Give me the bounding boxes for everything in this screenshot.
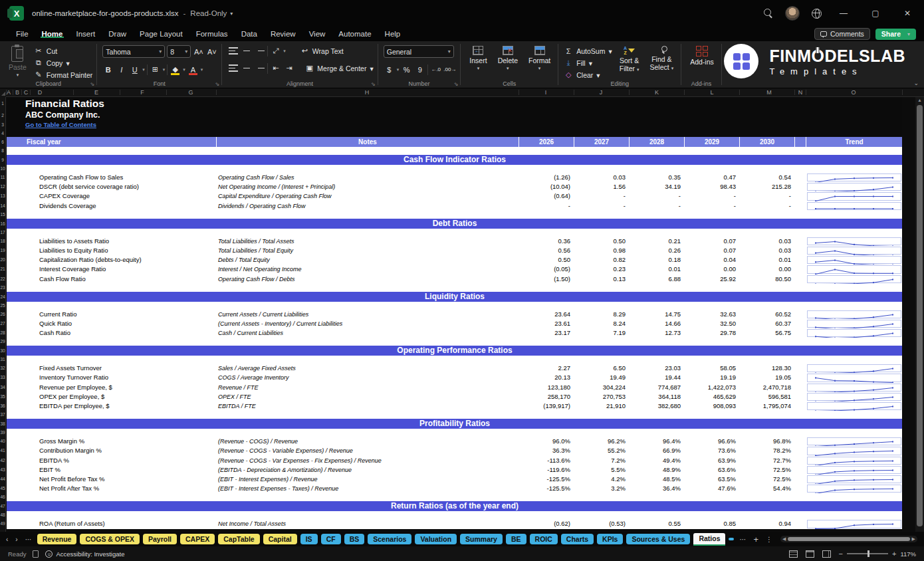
sheet-tab-capex[interactable]: CAPEX [180, 534, 215, 544]
row-number[interactable]: 21 [0, 265, 5, 274]
zoom-out-button[interactable]: − [839, 550, 843, 558]
column-header-K[interactable]: K [655, 88, 659, 97]
column-header-D[interactable]: D [38, 88, 43, 97]
row-number[interactable]: 47 [0, 501, 5, 511]
paste-button[interactable]: Paste▾ [5, 45, 30, 78]
row-number[interactable]: 3 [0, 120, 5, 130]
maximize-button[interactable]: ▢ [866, 9, 885, 18]
decrease-indent-button[interactable]: ⇤ [270, 62, 281, 74]
row-number[interactable]: 4 [0, 130, 5, 137]
row-number[interactable]: 15 [0, 211, 5, 219]
horizontal-scroll-thumb[interactable] [788, 537, 909, 541]
row-number[interactable]: 26 [0, 310, 5, 319]
table-row[interactable]: Revenue per Employee, $Revenue / FTE123,… [7, 383, 903, 392]
table-row[interactable]: ROA (Return of Assets)Net Income / Total… [7, 519, 903, 528]
tabs-overflow-icon[interactable]: ⋯ [737, 536, 748, 543]
column-header-L[interactable]: L [710, 88, 713, 97]
vertical-scroll-thumb[interactable] [917, 105, 923, 526]
column-header-C[interactable]: C [24, 88, 29, 97]
sheet-tab-captable[interactable]: CapTable [218, 534, 259, 544]
table-row[interactable]: Liabilities to Assets RatioTotal Liabili… [7, 237, 903, 246]
row-number[interactable]: 22 [0, 275, 5, 284]
table-row[interactable]: Net Profit After Tax %(EBIT - Interest E… [7, 484, 903, 493]
sort-filter-button[interactable]: AZ Sort &Filter ▾ [616, 45, 643, 73]
row-number[interactable]: 33 [0, 373, 5, 382]
ribbon-tab-insert[interactable]: Insert [69, 30, 102, 38]
ribbon-tab-automate[interactable]: Automate [332, 30, 378, 38]
row-number[interactable]: 43 [0, 465, 5, 475]
table-row[interactable]: Liabilities to Equity RatioTotal Liabili… [7, 246, 903, 255]
row-number[interactable]: 36 [0, 401, 5, 411]
align-center-button[interactable] [241, 62, 252, 74]
sheet-tab-bs[interactable]: BS [344, 534, 365, 544]
minimize-button[interactable]: — [834, 9, 854, 18]
table-row[interactable]: EBITDA %(Revenue - COGS - Var Expenses -… [7, 456, 903, 465]
scroll-up-icon[interactable]: ▲ [915, 97, 924, 104]
collapse-ribbon-icon[interactable]: ⌄ [913, 80, 919, 86]
sheet-canvas[interactable]: Financial RatiosABC Company Inc.Go to Ta… [0, 97, 924, 532]
table-row[interactable]: Operating Cash Flow to SalesOperating Ca… [7, 173, 903, 182]
ribbon-tab-view[interactable]: View [302, 30, 332, 38]
row-number[interactable]: 32 [0, 364, 5, 373]
page-break-view-button[interactable] [822, 550, 831, 558]
font-color-button[interactable]: A [187, 64, 199, 75]
column-header-G[interactable]: G [188, 88, 193, 97]
ribbon-tab-help[interactable]: Help [378, 30, 407, 38]
addins-button[interactable]: Add-ins [687, 45, 717, 66]
read-only-badge[interactable]: Read-Only [190, 9, 227, 17]
search-icon[interactable] [764, 9, 773, 18]
row-number[interactable]: 24 [0, 292, 5, 302]
sheet-tab-cf[interactable]: CF [321, 534, 341, 544]
ribbon-tab-review[interactable]: Review [264, 30, 302, 38]
ribbon-tab-file[interactable]: File [9, 30, 35, 38]
row-number[interactable]: 17 [0, 229, 5, 237]
column-header-E[interactable]: E [94, 88, 98, 97]
column-header-A[interactable]: A [7, 88, 11, 97]
find-select-button[interactable]: Find &Select ▾ [647, 45, 677, 72]
font-dialog-launcher[interactable]: ⇘ [215, 81, 220, 87]
grow-font-button[interactable]: A˄ [193, 46, 204, 57]
row-number[interactable]: 35 [0, 392, 5, 401]
clipboard-dialog-launcher[interactable]: ⇘ [90, 81, 95, 87]
column-header-I[interactable]: I [545, 88, 547, 97]
row-number[interactable]: 37 [0, 411, 5, 419]
row-number[interactable]: 25 [0, 302, 5, 310]
autosum-button[interactable]: ΣAutoSum ▾ [564, 45, 612, 56]
table-of-contents-link[interactable]: Go to Table of Contents [25, 120, 903, 129]
column-header-M[interactable]: M [766, 88, 772, 97]
alignment-dialog-launcher[interactable]: ⇘ [371, 81, 376, 87]
sheet-tab-revenue[interactable]: Revenue [37, 534, 77, 544]
row-number[interactable]: 49 [0, 519, 5, 528]
scroll-left-icon[interactable]: ◀ [782, 536, 786, 542]
row-number[interactable]: 20 [0, 255, 5, 265]
font-size-select[interactable]: 8▾ [167, 45, 191, 58]
row-number[interactable]: 8 [0, 147, 5, 155]
row-number[interactable]: 10 [0, 165, 5, 173]
table-row[interactable]: CAPEX CoverageCapital Expenditure / Oper… [7, 191, 903, 201]
wrap-text-button[interactable]: Wrap Text [312, 45, 344, 56]
row-number[interactable]: 27 [0, 319, 5, 328]
table-row[interactable]: Dividends CoverageDividends / Operating … [7, 201, 903, 211]
copy-button[interactable]: ⧉Copy ▾ [34, 57, 92, 68]
ribbon-tab-page-layout[interactable]: Page Layout [133, 30, 189, 38]
add-sheet-button[interactable]: + [751, 534, 760, 544]
merge-center-button[interactable]: Merge & Center ▾ [317, 62, 373, 74]
table-row[interactable]: Capitalization Ratio (debts-to-equity)De… [7, 255, 903, 265]
number-dialog-launcher[interactable]: ⇘ [454, 81, 459, 87]
sheet-tab-active[interactable]: Ratios [693, 533, 725, 546]
table-row[interactable]: Current RatioCurrent Assets / Current Li… [7, 310, 903, 319]
row-number[interactable]: 34 [0, 383, 5, 392]
scroll-right-icon[interactable]: ▶ [912, 536, 915, 542]
middle-align-button[interactable] [241, 45, 252, 56]
bottom-align-button[interactable] [254, 45, 265, 56]
column-header-N[interactable]: N [798, 88, 803, 97]
row-number[interactable]: 46 [0, 493, 5, 501]
row-number[interactable]: 6 [0, 137, 5, 147]
table-row[interactable]: Net Profit Before Tax %(EBIT - Interest … [7, 475, 903, 484]
row-number[interactable]: 18 [0, 237, 5, 246]
align-right-button[interactable] [254, 62, 265, 74]
column-headers[interactable]: ABCDEFGHIJKLMNO [0, 88, 924, 97]
table-row[interactable]: Cash Flow RatioOperating Cash Flow / Deb… [7, 275, 903, 284]
sheet-tab-capital[interactable]: Capital [263, 534, 297, 544]
sheet-tab-charts[interactable]: Charts [561, 534, 594, 544]
